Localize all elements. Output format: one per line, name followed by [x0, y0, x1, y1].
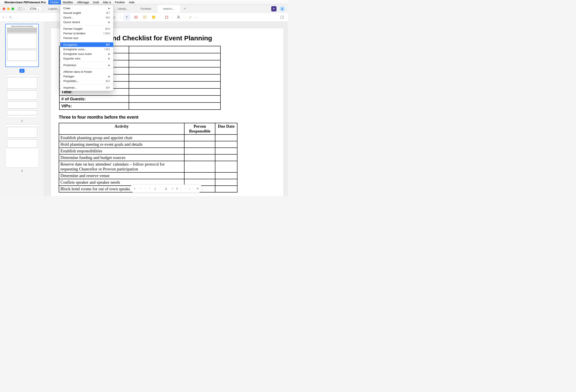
tab-furniture[interactable]: Furniture — [135, 5, 158, 13]
minimize-window-button[interactable] — [7, 7, 10, 10]
svg-rect-10 — [144, 16, 146, 19]
menu-item-ouvrir-[interactable]: Ouvrir...⌘O — [60, 15, 113, 20]
activity-table: Activity Person Responsible Due Date Est… — [59, 123, 237, 192]
menu-outil[interactable]: Outil — [91, 0, 101, 4]
separator — [17, 15, 17, 20]
table-row: Determine funding and budget sources — [59, 154, 184, 161]
menu-item-imprimer-[interactable]: Imprimer...⌘P — [60, 85, 113, 90]
new-tab-button[interactable]: + — [180, 5, 189, 13]
sign-tool[interactable] — [187, 14, 194, 21]
svg-text:+: + — [127, 17, 128, 19]
page-number-2: 2 — [21, 120, 23, 123]
menu-item-nouvel-onglet[interactable]: Nouvel onglet⌘T — [60, 11, 113, 15]
main-area: Timeline and Checklist for Event Plannin… — [0, 22, 288, 196]
toolbar-truncated-label: A… — [9, 15, 14, 19]
menu-item-fermer-la-fen-tre[interactable]: Fermer la fenêtre⇧⌘W — [60, 31, 113, 36]
section-heading: Three to four months before the event — [59, 115, 276, 120]
thumbnail-page-3[interactable] — [5, 124, 39, 168]
menu-item-ouvrir-r-cent[interactable]: Ouvrir récent▶ — [60, 20, 113, 25]
col-person: Person Responsible — [184, 123, 215, 134]
first-page-button[interactable]: ⤒ — [148, 187, 151, 190]
file-menu-dropdown: Créer▶Nouvel onglet⌘TOuvrir...⌘OOuvrir r… — [60, 5, 114, 91]
app-badge-icon[interactable]: ✦ — [271, 6, 277, 11]
macos-menubar: Wondershare PDFelement Pro Fichier Modif… — [0, 0, 288, 5]
svg-rect-0 — [18, 7, 22, 10]
menu-item-cr-er[interactable]: Créer▶ — [60, 6, 113, 11]
close-navigator-button[interactable]: ✕ — [196, 187, 199, 190]
zoom-out-button[interactable]: － — [139, 186, 142, 190]
chevron-down-icon[interactable]: ⌄ — [183, 16, 185, 18]
table-row: Determine and reserve venue — [59, 172, 184, 179]
text-tool[interactable]: T+ — [124, 14, 130, 21]
page-number-3: 3 — [21, 169, 23, 172]
thumbnail-panel: Timeline and Checklist for Event Plannin… — [0, 22, 44, 196]
window-header: ⌄ 171% ⌄ Logistic… scene Product… Lifest… — [0, 5, 288, 13]
menu-item-propri-t-s-[interactable]: Propriétés...⌘D — [60, 79, 113, 83]
user-avatar[interactable] — [280, 6, 285, 11]
menu-item-afficher-dans-le-finder[interactable]: Afficher dans le Finder — [60, 69, 113, 74]
table-row: Reserve date on key attendees' calendars… — [59, 161, 184, 172]
chevron-down-icon[interactable]: ⌄ — [171, 16, 173, 18]
sticky-note-tool[interactable] — [150, 14, 157, 21]
thumbnail-page-2[interactable] — [5, 75, 39, 118]
menu-item-partager[interactable]: Partager▶ — [60, 74, 113, 79]
zoom-value: 171% — [29, 7, 36, 10]
menu-item-protection[interactable]: Protection▶ — [60, 63, 113, 67]
svg-rect-13 — [152, 16, 155, 19]
menu-item-fermer-tout[interactable]: Fermer tout — [60, 36, 113, 40]
zoom-in-button[interactable]: ＋ — [133, 186, 136, 190]
back-button[interactable]: ‹ — [3, 15, 4, 19]
meta-guests: # of Guests: — [59, 96, 129, 103]
svg-point-15 — [178, 16, 179, 17]
page-navigator: ＋ － ⤒ ⤓ / 3 ↑ ↓ ✕ — [130, 184, 202, 192]
menu-item-enregistrer-sous-[interactable]: Enregistrer sous...⇧⌘S — [60, 47, 113, 52]
table-row: Hold planning meeting re event goals and… — [59, 141, 184, 148]
svg-text:T: T — [135, 16, 137, 18]
menu-fichier[interactable]: Fichier — [48, 0, 61, 4]
toolbar: ‹ › A… S T+ T ⌄ ⌄ ⌄ — [0, 13, 288, 22]
note-tool[interactable] — [142, 14, 148, 21]
meta-vips: VIPs: — [59, 103, 129, 109]
chevron-down-icon: ⌄ — [23, 7, 25, 10]
panel-toggle[interactable] — [279, 14, 285, 21]
sidebar-toggle[interactable]: ⌄ — [18, 7, 25, 10]
close-window-button[interactable] — [3, 7, 5, 10]
menu-item-enregistrer-sous-autre[interactable]: Enregistrer sous Autre▶ — [60, 52, 113, 56]
menu-modifier[interactable]: Modifier — [61, 0, 75, 4]
menu-aide[interactable]: Aide — [127, 0, 137, 4]
menu-fenetre[interactable]: Fenêtre — [113, 0, 127, 4]
next-page-button[interactable]: ↓ — [188, 187, 190, 190]
sidebar-icon — [18, 7, 22, 10]
page-number-1: 1 — [19, 69, 25, 73]
svg-point-2 — [282, 8, 283, 9]
menu-affichage[interactable]: Affichage — [75, 0, 91, 4]
menu-item-exporter-vers[interactable]: Exporter vers▶ — [60, 56, 113, 61]
table-row: Establish planning group and appoint cha… — [59, 134, 184, 141]
tab-event-ti[interactable]: event-ti… — [158, 5, 180, 13]
textbox-tool[interactable]: T — [133, 14, 139, 21]
menu-aller-a[interactable]: Aller à — [101, 0, 113, 4]
app-name: Wondershare PDFelement Pro — [4, 1, 46, 4]
toolbar-nav: ‹ › — [3, 15, 7, 19]
shape-tool[interactable] — [163, 14, 170, 21]
svg-rect-16 — [281, 16, 284, 19]
zoom-selector[interactable]: 171% ⌄ — [28, 7, 41, 11]
last-page-button[interactable]: ⤓ — [154, 187, 156, 190]
traffic-lights — [0, 7, 17, 10]
tab-lifestyle[interactable]: Lifestyl… — [112, 5, 135, 13]
separator — [120, 15, 121, 20]
page-separator: / — [172, 187, 173, 190]
stamp-tool[interactable] — [175, 14, 182, 21]
prev-page-button[interactable]: ↑ — [184, 187, 186, 190]
col-activity: Activity — [59, 123, 184, 134]
menu-item-fermer-l-onglet[interactable]: Fermer l'onglet⌘W — [60, 26, 113, 31]
menu-item-enregistrer[interactable]: Enregistrer⌘S — [60, 42, 113, 47]
zoom-window-button[interactable] — [11, 7, 14, 10]
chevron-down-icon: ⌄ — [37, 7, 39, 10]
page-input[interactable] — [163, 187, 169, 190]
thumb-title: Timeline and Checklist for Event Plannin… — [7, 26, 37, 27]
col-due: Due Date — [215, 123, 237, 134]
chevron-down-icon[interactable]: ⌄ — [195, 16, 197, 18]
forward-button[interactable]: › — [6, 15, 7, 19]
thumbnail-page-1[interactable]: Timeline and Checklist for Event Plannin… — [5, 24, 39, 67]
